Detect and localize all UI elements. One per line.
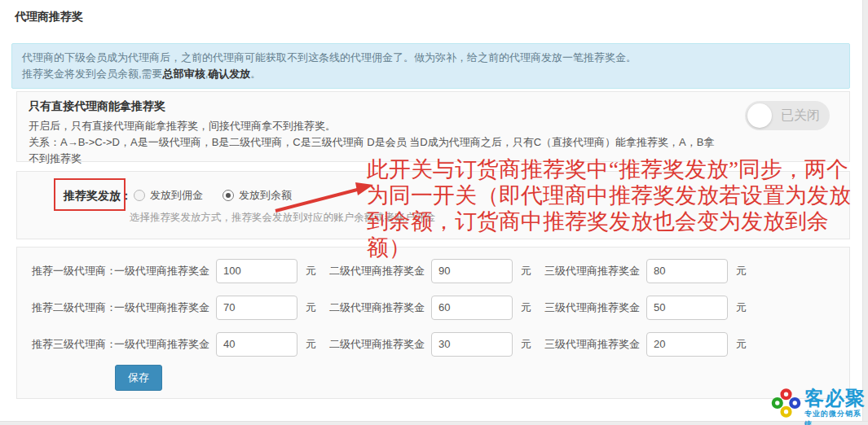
reward-input-l1-f3[interactable] bbox=[646, 259, 728, 283]
reward-row-level1: 推荐一级代理商： 一级代理商推荐奖金 元 二级代理商推荐奖金 元 三级代理商推荐… bbox=[17, 252, 849, 289]
unit-label: 元 bbox=[306, 300, 316, 315]
row-label: 推荐一级代理商： bbox=[32, 264, 114, 278]
reward-input-l3-f3[interactable] bbox=[646, 332, 728, 357]
reward-input-l3-f2[interactable] bbox=[431, 332, 513, 357]
save-button[interactable]: 保存 bbox=[115, 365, 162, 391]
direct-reward-title: 只有直接代理商能拿推荐奖 bbox=[29, 99, 838, 114]
payout-hint: 选择推荐奖发放方式，推荐奖会发放到对应的账户余额或者账户佣金 bbox=[130, 211, 435, 225]
row-label: 推荐二级代理商： bbox=[32, 300, 114, 315]
reward-input-l2-f1[interactable] bbox=[216, 296, 297, 320]
unit-label: 元 bbox=[521, 264, 531, 278]
direct-reward-section: 只有直接代理商能拿推荐奖 开启后，只有直接代理商能拿推荐奖，间接代理商拿不到推荐… bbox=[16, 91, 850, 162]
direct-reward-toggle[interactable]: 已关闭 bbox=[745, 101, 830, 130]
unit-label: 元 bbox=[521, 337, 531, 352]
horizontal-scrollbar-track[interactable] bbox=[0, 421, 868, 425]
field-label: 二级代理商推荐奖金 bbox=[329, 337, 425, 352]
reward-row-level2: 推荐二级代理商： 一级代理商推荐奖金 元 二级代理商推荐奖金 元 三级代理商推荐… bbox=[17, 289, 849, 326]
field-label: 一级代理商推荐奖金 bbox=[114, 337, 209, 352]
payout-section: 推荐奖发放： 发放到佣金 发放到余额 选择推荐奖发放方式，推荐奖会发放到对应的账… bbox=[16, 171, 850, 239]
unit-label: 元 bbox=[306, 337, 316, 352]
unit-label: 元 bbox=[736, 264, 747, 278]
field-label: 二级代理商推荐奖金 bbox=[329, 300, 425, 315]
unit-label: 元 bbox=[306, 264, 316, 278]
kebiju-logo-tagline: 专业的微分销系统 bbox=[804, 409, 868, 425]
row-label: 推荐三级代理商： bbox=[32, 337, 114, 352]
direct-reward-desc2: 关系：A→B->C->D，A是一级代理商，B是二级代理商，C是三级代理商 D是会… bbox=[29, 134, 717, 167]
field-label: 三级代理商推荐奖金 bbox=[544, 300, 640, 315]
field-label: 三级代理商推荐奖金 bbox=[544, 337, 640, 352]
reward-input-l3-f1[interactable] bbox=[216, 332, 297, 357]
unit-label: 元 bbox=[521, 300, 531, 315]
info-alert-line2-bold2: 确认发放 bbox=[208, 68, 250, 80]
info-alert-line2-bold1: 总部审核 bbox=[163, 68, 205, 80]
kebiju-logo-name: 客必聚 bbox=[804, 388, 868, 409]
info-alert-line2-prefix: 推荐奖金将发到会员余额,需要 bbox=[22, 68, 163, 80]
kebiju-logo-icon bbox=[771, 388, 801, 418]
reward-input-l1-f1[interactable] bbox=[216, 259, 297, 283]
toggle-knob-icon bbox=[747, 103, 772, 128]
reward-row-level3: 推荐三级代理商： 一级代理商推荐奖金 元 二级代理商推荐奖金 元 三级代理商推荐… bbox=[17, 326, 849, 362]
rewards-section: 推荐一级代理商： 一级代理商推荐奖金 元 二级代理商推荐奖金 元 三级代理商推荐… bbox=[16, 247, 850, 399]
reward-input-l2-f3[interactable] bbox=[646, 296, 728, 320]
radio-unchecked-icon[interactable] bbox=[134, 190, 145, 201]
field-label: 二级代理商推荐奖金 bbox=[329, 264, 425, 278]
reward-input-l1-f2[interactable] bbox=[431, 259, 513, 283]
info-alert-line2-suffix: 。 bbox=[250, 68, 261, 80]
unit-label: 元 bbox=[736, 300, 747, 315]
radio-option-commission-label: 发放到佣金 bbox=[150, 188, 203, 203]
kebiju-logo: 客必聚 专业的微分销系统 bbox=[771, 388, 868, 425]
field-label: 一级代理商推荐奖金 bbox=[114, 264, 209, 278]
radio-option-balance-label: 发放到余额 bbox=[239, 188, 292, 203]
field-label: 三级代理商推荐奖金 bbox=[544, 264, 640, 278]
payout-radio-group: 发放到佣金 发放到余额 bbox=[134, 188, 292, 203]
info-alert-line1: 代理商的下级会员成为代理商后，之前的代理商可能获取不到这条线的代理佣金了。做为弥… bbox=[22, 50, 839, 66]
payout-label: 推荐奖发放： bbox=[64, 189, 132, 204]
info-alert-line2: 推荐奖金将发到会员余额,需要总部审核,确认发放。 bbox=[22, 66, 839, 82]
reward-input-l2-f2[interactable] bbox=[431, 296, 513, 320]
field-label: 一级代理商推荐奖金 bbox=[114, 300, 209, 315]
direct-reward-desc1: 开启后，只有直接代理商能拿推荐奖，间接代理商拿不到推荐奖。 bbox=[29, 118, 838, 134]
radio-option-balance[interactable]: 发放到余额 bbox=[223, 188, 292, 203]
page-title: 代理商推荐奖 bbox=[15, 10, 83, 24]
radio-option-commission[interactable]: 发放到佣金 bbox=[134, 188, 203, 203]
kebiju-logo-text: 客必聚 专业的微分销系统 bbox=[804, 388, 868, 425]
radio-checked-icon[interactable] bbox=[223, 190, 234, 201]
unit-label: 元 bbox=[736, 337, 747, 352]
info-alert: 代理商的下级会员成为代理商后，之前的代理商可能获取不到这条线的代理佣金了。做为弥… bbox=[11, 43, 850, 89]
vertical-scrollbar-track[interactable] bbox=[862, 0, 868, 425]
